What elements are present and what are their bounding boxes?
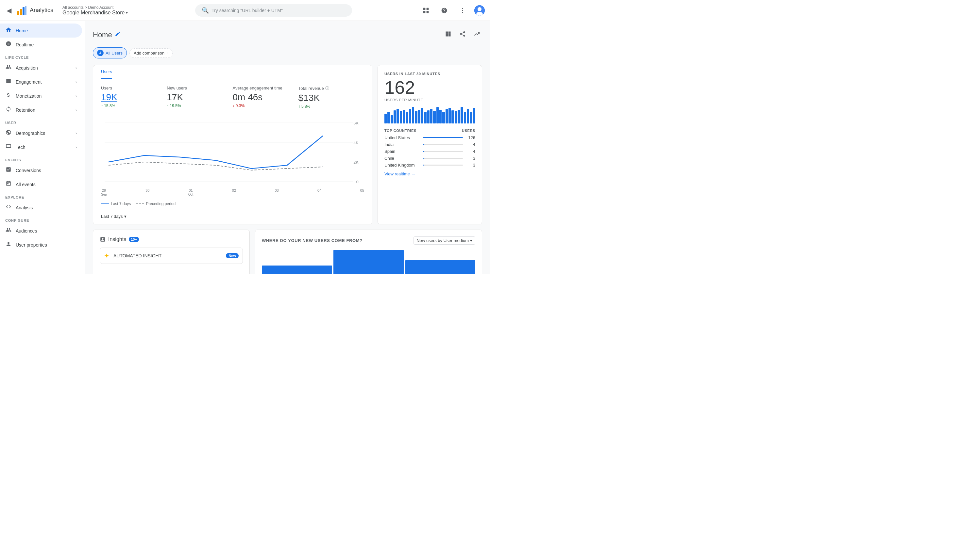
country-name-india: India [384, 142, 420, 147]
expand-icon-4: › [75, 108, 77, 113]
bar-20 [442, 112, 445, 124]
new-users-dropdown[interactable]: New users by User medium ▾ [414, 236, 475, 244]
stat-new-users-value[interactable]: 17K [167, 92, 224, 103]
automated-insight-row[interactable]: ✦ AUTOMATED INSIGHT New [100, 248, 243, 264]
bar-30 [473, 108, 475, 124]
expand-icon-5: › [75, 131, 77, 135]
back-button[interactable]: ◀ [5, 5, 13, 16]
stat-engagement-value[interactable]: 0m 46s [233, 92, 291, 103]
customize-icon[interactable] [443, 29, 453, 41]
sidebar-item-all-events[interactable]: All events [0, 177, 82, 191]
bar-19 [439, 110, 442, 124]
analysis-icon [5, 204, 12, 211]
topbar: ◀ Analytics All accounts > Demo Account … [0, 0, 490, 21]
automated-insight-icon: ✦ [104, 252, 110, 260]
date-range-label: Last 7 days [101, 214, 123, 219]
search-bar[interactable]: 🔍 Try searching "URL builder + UTM" [195, 4, 352, 17]
chart-legend: Last 7 days Preceding period [93, 199, 372, 211]
sidebar-realtime-label: Realtime [16, 42, 34, 48]
add-comparison-button[interactable]: Add comparison + [129, 48, 173, 58]
country-count-uk: 3 [466, 163, 475, 168]
bar-13 [421, 108, 423, 124]
bar-5 [396, 109, 399, 124]
sidebar-item-demographics[interactable]: Demographics › [0, 126, 82, 140]
country-name-chile: Chile [384, 156, 420, 161]
add-comparison-label: Add comparison [134, 51, 164, 56]
realtime-panel: USERS IN LAST 30 MINUTES 162 USERS PER M… [377, 65, 482, 224]
stat-users-value[interactable]: 19K [101, 92, 159, 103]
chart-label-04: 04 [317, 189, 321, 196]
sidebar-item-retention[interactable]: Retention › [0, 103, 82, 117]
sidebar-audiences-label: Audiences [16, 228, 37, 233]
all-users-chip[interactable]: A All Users [93, 48, 127, 59]
sidebar-item-analysis[interactable]: Analysis [0, 200, 82, 214]
configure-section-label: CONFIGURE [0, 214, 85, 224]
page-title: Home [93, 31, 112, 39]
apps-icon[interactable] [419, 4, 433, 17]
tab-users[interactable]: Users [101, 65, 112, 79]
country-bar-chile [423, 158, 463, 159]
share-icon[interactable] [457, 29, 468, 41]
country-count-spain: 4 [466, 149, 475, 154]
sidebar-item-acquisition[interactable]: Acquisition › [0, 61, 82, 75]
search-placeholder: Try searching "URL builder + UTM" [212, 8, 283, 13]
bar-23 [452, 110, 454, 124]
sidebar-item-monetization[interactable]: Monetization › [0, 89, 82, 103]
realtime-icon [5, 41, 12, 48]
trend-icon[interactable] [472, 29, 482, 41]
chart-label-05: 05 [360, 189, 364, 196]
help-icon[interactable] [438, 4, 451, 17]
sidebar-acquisition-label: Acquisition [16, 65, 38, 71]
new-users-header: WHERE DO YOUR NEW USERS COME FROM? New u… [262, 236, 475, 244]
view-realtime-link[interactable]: View realtime → [384, 171, 475, 176]
bar-27 [464, 112, 466, 124]
main-layout: Home Realtime LIFE CYCLE Acquisition › E… [0, 21, 490, 274]
sidebar-item-tech[interactable]: Tech › [0, 140, 82, 154]
new-users-panel: WHERE DO YOUR NEW USERS COME FROM? New u… [255, 230, 482, 274]
sidebar: Home Realtime LIFE CYCLE Acquisition › E… [0, 21, 85, 274]
automated-insight-new-badge: New [226, 253, 239, 258]
sidebar-item-engagement[interactable]: Engagement › [0, 75, 82, 89]
add-comparison-icon: + [166, 51, 169, 56]
chart-area: 6K 4K 2K 0 [93, 114, 372, 189]
more-icon[interactable] [456, 4, 469, 17]
mini-bar-2 [333, 250, 404, 274]
new-users-title: WHERE DO YOUR NEW USERS COME FROM? [262, 238, 363, 243]
revenue-info-icon[interactable]: ⓘ [325, 86, 329, 91]
page-edit-icon[interactable] [115, 31, 121, 38]
stat-new-users-label: New users [167, 86, 224, 90]
user-properties-icon [5, 241, 12, 249]
new-users-dropdown-label: New users by User medium [417, 238, 469, 243]
sidebar-item-conversions[interactable]: Conversions [0, 163, 82, 177]
stats-tab-bar: Users [93, 65, 372, 79]
bottom-grid: Insights 10+ ✦ AUTOMATED INSIGHT New WHE… [93, 230, 482, 274]
engagement-icon [5, 78, 12, 86]
date-range-icon: ▾ [124, 214, 127, 219]
stat-users-label: Users [101, 86, 159, 90]
svg-point-10 [462, 12, 463, 13]
audiences-icon [5, 227, 12, 235]
account-name: Google Merchandise Store [62, 10, 124, 16]
sidebar-item-audiences[interactable]: Audiences [0, 224, 82, 238]
svg-rect-6 [423, 11, 426, 13]
legend-preceding: Preceding period [136, 202, 175, 206]
date-range-selector[interactable]: Last 7 days ▾ [93, 211, 372, 224]
sidebar-all-events-label: All events [16, 182, 36, 187]
account-selector[interactable]: All accounts > Demo Account Google Merch… [62, 5, 128, 16]
sidebar-item-user-properties[interactable]: User properties [0, 238, 82, 252]
country-fill-uk [423, 165, 424, 166]
bar-9 [409, 109, 411, 124]
sidebar-analysis-label: Analysis [16, 205, 33, 210]
sidebar-demographics-label: Demographics [16, 131, 45, 136]
automated-insight-label: AUTOMATED INSIGHT [113, 253, 161, 258]
country-row-chile: Chile 3 [384, 156, 475, 161]
sidebar-item-realtime[interactable]: Realtime [0, 38, 82, 52]
bar-28 [467, 109, 469, 124]
stat-revenue-value[interactable]: $13K [298, 92, 356, 103]
sidebar-item-home[interactable]: Home [0, 24, 82, 38]
svg-rect-5 [426, 8, 429, 10]
stat-engagement-label: Average engagement time [233, 86, 291, 90]
country-row-india: India 4 [384, 142, 475, 147]
legend-current-label: Last 7 days [111, 202, 131, 206]
avatar[interactable] [474, 5, 485, 16]
